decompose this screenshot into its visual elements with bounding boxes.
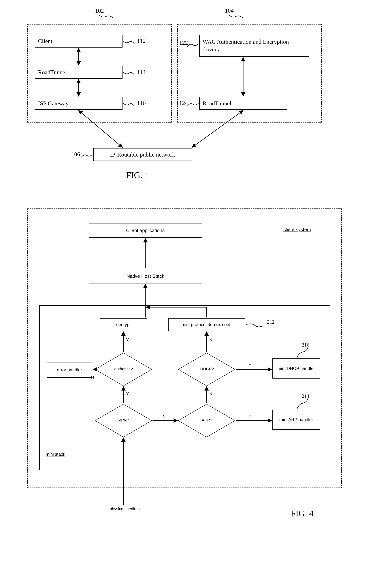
- y-dhcp-right: Y: [249, 363, 252, 368]
- box-mini-arp: mini ARP handler: [272, 410, 320, 430]
- n-authentic-left: N: [91, 375, 94, 380]
- n-arp-up: N: [209, 391, 212, 396]
- y-arp-right: Y: [249, 414, 252, 419]
- ref-112: 112: [137, 38, 146, 44]
- label-authentic: authentic?: [114, 367, 133, 371]
- box-isp-gateway: ISP Gateway: [35, 97, 123, 110]
- ref-106: 106: [71, 151, 80, 158]
- label-vpn: VPN?: [118, 418, 129, 423]
- label-client-system: client system: [283, 227, 311, 232]
- ref-124: 124: [179, 100, 188, 106]
- ref-212: 212: [267, 319, 275, 325]
- ref-102: 102: [95, 7, 104, 14]
- label-arp: ARP?: [202, 418, 212, 423]
- label-mini-stack: mini stack: [46, 452, 65, 457]
- box-client-applications: Client applications: [89, 223, 202, 238]
- ref-104: 104: [225, 7, 234, 14]
- y-vpn-up: Y: [126, 391, 129, 396]
- box-error-handler: error handler: [47, 362, 92, 378]
- box-mini-dhcp: mini DHCP handler: [272, 358, 320, 379]
- box-wac: WAC Authentication and Encryption driver…: [199, 35, 309, 57]
- n-vpn-right: N: [163, 414, 166, 419]
- fig4-caption: FIG. 4: [291, 508, 314, 518]
- label-dhcp: DHCP?: [200, 367, 214, 371]
- box-ip-network: IP-Routable public network: [93, 148, 192, 161]
- box-decrypt: decrypt: [100, 318, 147, 331]
- ref-122: 122: [179, 39, 188, 46]
- fig1-caption: FIG. 1: [126, 170, 149, 180]
- diagram-page: 102 104 Client RoadTunnel ISP Gateway WA…: [7, 7, 385, 561]
- y-authentic-up: Y: [126, 337, 129, 342]
- ref-114: 114: [137, 69, 146, 75]
- ref-116: 116: [137, 100, 146, 106]
- box-native-host-stack: Native Host Stack: [89, 269, 202, 284]
- n-dhcp-up: N: [209, 337, 212, 342]
- ref-214: 214: [302, 393, 309, 399]
- box-demux: mini protocol demux cont.: [168, 318, 245, 331]
- label-physical-medium: physical medium: [110, 507, 140, 511]
- box-roadtunnel-right: RoadTunnel: [199, 97, 287, 110]
- box-client: Client: [35, 35, 123, 48]
- box-roadtunnel-left: RoadTunnel: [35, 66, 123, 79]
- ref-216: 216: [302, 342, 309, 348]
